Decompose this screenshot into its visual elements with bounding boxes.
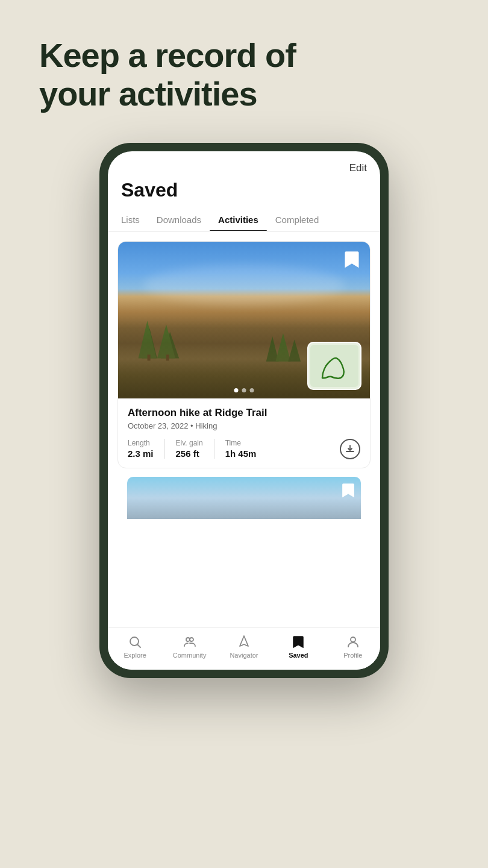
map-thumbnail (307, 342, 361, 390)
nav-profile-label: Profile (343, 652, 362, 659)
activity-title: Afternoon hike at Ridge Trail (128, 407, 360, 419)
phone-mockup: Edit Saved Lists Downloads Activities Co… (99, 143, 389, 678)
second-card-bookmark[interactable] (342, 483, 355, 501)
saved-icon (290, 634, 306, 650)
tab-downloads[interactable]: Downloads (148, 210, 210, 231)
page-title: Saved (108, 177, 380, 210)
nav-community[interactable]: Community (172, 634, 208, 659)
tab-lists[interactable]: Lists (121, 210, 148, 231)
svg-marker-7 (275, 333, 290, 362)
svg-marker-1 (138, 321, 156, 359)
download-button[interactable] (340, 439, 360, 459)
phone-screen: Edit Saved Lists Downloads Activities Co… (108, 151, 380, 670)
headline: Keep a record of your activities (39, 36, 449, 114)
nav-profile[interactable]: Profile (335, 634, 371, 659)
card-info: Afternoon hike at Ridge Trail October 23… (118, 398, 370, 468)
svg-marker-6 (266, 336, 279, 362)
stats-row: Length 2.3 mi Elv. gain 256 ft Time 1h 4… (128, 439, 360, 459)
svg-point-12 (351, 637, 355, 642)
stat-time: Time 1h 45m (225, 439, 267, 459)
carousel-dots (234, 388, 254, 392)
second-card-preview (127, 477, 361, 519)
stat-length: Length 2.3 mi (128, 439, 165, 459)
svg-marker-8 (288, 339, 301, 362)
nav-navigator[interactable]: Navigator (226, 634, 262, 659)
tab-activities[interactable]: Activities (210, 210, 267, 231)
navigator-icon (236, 634, 252, 650)
nav-explore[interactable]: Explore (117, 634, 153, 659)
stat-elevation: Elv. gain 256 ft (176, 439, 214, 459)
bookmark-button[interactable] (341, 249, 363, 271)
activity-meta: October 23, 2022 • Hiking (128, 421, 360, 430)
tabs-bar: Lists Downloads Activities Completed (108, 210, 380, 231)
community-icon (182, 634, 198, 650)
nav-explore-label: Explore (124, 652, 146, 659)
map-inner (310, 345, 358, 387)
svg-marker-0 (142, 328, 157, 358)
screen-header: Edit (108, 151, 380, 177)
edit-button[interactable]: Edit (349, 162, 367, 174)
activity-card[interactable]: Afternoon hike at Ridge Trail October 23… (117, 241, 371, 468)
svg-marker-2 (161, 332, 179, 359)
nav-saved[interactable]: Saved (280, 634, 316, 659)
svg-rect-5 (166, 354, 169, 360)
nav-saved-label: Saved (289, 652, 308, 659)
nav-community-label: Community (173, 652, 207, 659)
svg-point-11 (190, 638, 193, 641)
svg-rect-4 (147, 354, 150, 360)
dot-3 (250, 388, 254, 392)
dot-2 (242, 388, 246, 392)
nav-navigator-label: Navigator (230, 652, 258, 659)
profile-icon (345, 634, 361, 650)
tab-completed[interactable]: Completed (267, 210, 328, 231)
dot-1 (234, 388, 239, 392)
svg-marker-3 (157, 324, 175, 358)
content-area: Afternoon hike at Ridge Trail October 23… (108, 231, 380, 627)
explore-icon (127, 634, 143, 650)
headline-text: Keep a record of your activities (39, 36, 449, 114)
bottom-nav: Explore Community (108, 627, 380, 670)
card-image-wrapper (118, 242, 370, 398)
